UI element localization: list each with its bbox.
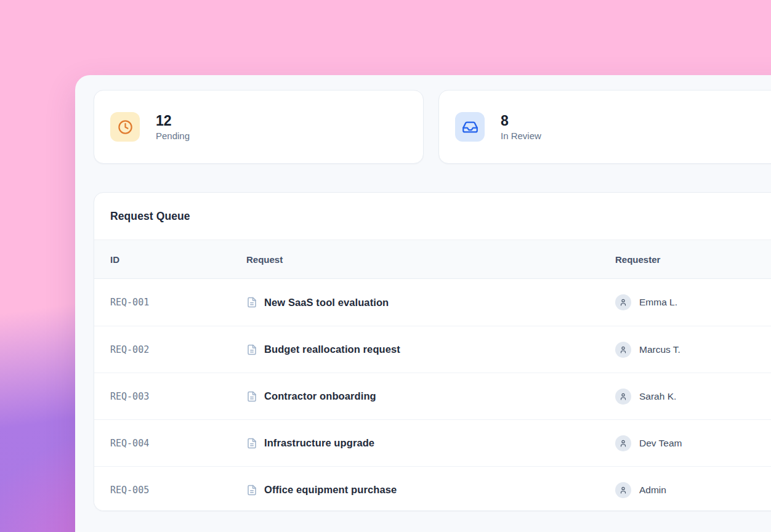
request-cell: Budget reallocation request (246, 344, 615, 355)
avatar (615, 435, 631, 451)
request-cell: Contractor onboarding (246, 390, 615, 402)
requester-cell: Admin (615, 482, 771, 498)
file-text-icon (246, 391, 257, 402)
request-title: Infrastructure upgrade (264, 437, 374, 449)
user-icon (619, 298, 628, 307)
avatar (615, 294, 631, 310)
user-icon (619, 439, 628, 448)
request-title: Office equipment purchase (264, 484, 397, 496)
column-header-requester: Requester (615, 254, 771, 265)
file-text-icon (246, 297, 257, 308)
stat-card-pending: 12 Pending (94, 90, 424, 164)
clock-icon (110, 112, 140, 142)
requester-cell: Sarah K. (615, 389, 771, 405)
stat-value-pending: 12 (156, 113, 190, 129)
column-header-id: ID (110, 254, 246, 265)
requester-name: Dev Team (639, 438, 682, 449)
file-text-icon (246, 485, 257, 496)
main-panel: 12 Pending 8 In Review Request Queue ID … (75, 75, 771, 532)
stat-label-pending: Pending (156, 131, 190, 141)
table-row[interactable]: REQ-002 Budget reallocation request Marc… (94, 326, 771, 373)
column-header-request: Request (246, 254, 615, 265)
request-id: REQ-005 (110, 485, 246, 496)
requester-name: Emma L. (639, 297, 677, 308)
table-title-row: Request Queue (94, 193, 771, 240)
requester-name: Sarah K. (639, 391, 676, 402)
request-cell: Infrastructure upgrade (246, 437, 615, 449)
request-id: REQ-004 (110, 438, 246, 449)
request-cell: Office equipment purchase (246, 484, 615, 496)
table-row[interactable]: REQ-001 New SaaS tool evaluation Emma L. (94, 279, 771, 326)
inbox-icon (455, 112, 485, 142)
avatar (615, 482, 631, 498)
table-row[interactable]: REQ-005 Office equipment purchase Admin (94, 466, 771, 511)
stat-card-in-review: 8 In Review (438, 90, 771, 164)
stat-text: 12 Pending (156, 113, 190, 141)
table-row[interactable]: REQ-003 Contractor onboarding Sarah K. (94, 373, 771, 419)
request-id: REQ-002 (110, 344, 246, 355)
table-header-row: ID Request Requester (94, 240, 771, 279)
requester-name: Admin (639, 485, 666, 496)
requester-name: Marcus T. (639, 344, 680, 355)
avatar (615, 389, 631, 405)
table-body: REQ-001 New SaaS tool evaluation Emma L.… (94, 279, 771, 511)
file-text-icon (246, 344, 257, 355)
request-id: REQ-003 (110, 391, 246, 402)
request-title: Budget reallocation request (264, 344, 400, 355)
stat-text: 8 In Review (501, 113, 541, 141)
requester-cell: Marcus T. (615, 342, 771, 358)
avatar (615, 342, 631, 358)
stat-label-in-review: In Review (501, 131, 541, 141)
stats-row: 12 Pending 8 In Review (94, 90, 771, 164)
table-title: Request Queue (110, 210, 190, 223)
user-icon (619, 486, 628, 494)
table-row[interactable]: REQ-004 Infrastructure upgrade Dev Team (94, 419, 771, 466)
request-cell: New SaaS tool evaluation (246, 297, 615, 308)
request-id: REQ-001 (110, 297, 246, 308)
requester-cell: Emma L. (615, 294, 771, 310)
request-title: Contractor onboarding (264, 390, 376, 402)
request-title: New SaaS tool evaluation (264, 297, 389, 308)
file-text-icon (246, 438, 257, 449)
requester-cell: Dev Team (615, 435, 771, 451)
user-icon (619, 345, 628, 354)
request-queue-card: Request Queue ID Request Requester REQ-0… (94, 192, 771, 511)
stat-value-in-review: 8 (501, 113, 541, 129)
user-icon (619, 392, 628, 401)
